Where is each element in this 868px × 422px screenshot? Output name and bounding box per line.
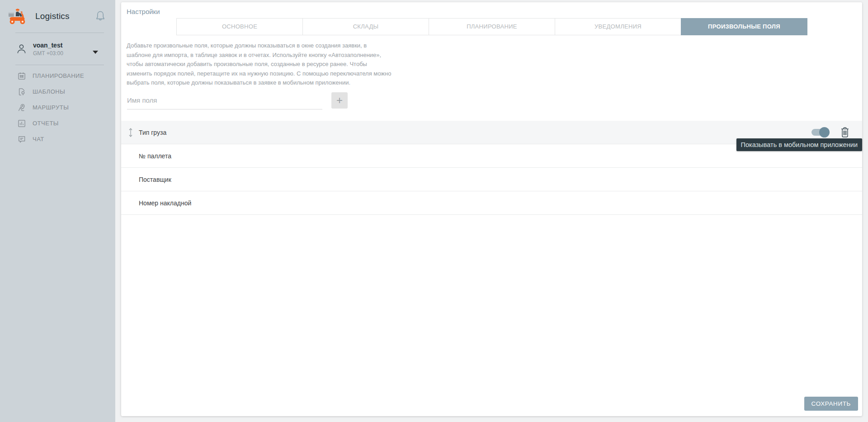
sidebar-nav: ПЛАНИРОВАНИЕ ШАБЛОНЫ МАРШРУ (0, 68, 115, 147)
map-pin-icon (17, 103, 26, 112)
custom-fields-list: Тип груза № паллета Поставщик (121, 121, 862, 215)
sidebar-header: Logistics (0, 0, 115, 33)
toggle-knob (819, 127, 830, 138)
mobile-visibility-toggle[interactable] (811, 129, 829, 136)
sidebar-item-label: ПЛАНИРОВАНИЕ (33, 72, 84, 79)
sidebar-item-label: МАРШРУТЫ (33, 104, 69, 111)
sidebar-item-label: ШАБЛОНЫ (33, 88, 65, 95)
user-info: voan_test GMT +03:00 (33, 42, 63, 57)
user-menu[interactable]: voan_test GMT +03:00 (0, 33, 115, 65)
template-pin-icon (17, 87, 26, 96)
tab-planning[interactable]: ПЛАНИРОВАНИЕ (429, 18, 555, 35)
field-label: Поставщик (139, 176, 171, 183)
field-row-supplier[interactable]: Поставщик (121, 168, 862, 191)
bell-icon[interactable] (94, 10, 106, 23)
sidebar-item-templates[interactable]: ШАБЛОНЫ (0, 84, 115, 100)
sidebar-divider (15, 65, 104, 65)
sidebar-item-label: ЧАТ (33, 136, 44, 142)
sidebar: Logistics voan_test GMT +03:00 (0, 0, 115, 422)
caret-down-icon[interactable] (93, 51, 98, 54)
field-name-input[interactable] (127, 91, 322, 109)
field-row-invoice-number[interactable]: Номер накладной (121, 191, 862, 215)
trash-icon[interactable] (839, 126, 851, 138)
sidebar-item-chat[interactable]: ЧАТ (0, 131, 115, 147)
toggle-tooltip: Показывать в мобильном приложении (736, 138, 862, 151)
user-timezone: GMT +03:00 (33, 50, 63, 57)
tab-warehouses[interactable]: СКЛАДЫ (302, 18, 429, 35)
custom-fields-description: Добавьте произвольные поля, которые долж… (127, 41, 392, 88)
row-controls (811, 126, 862, 138)
sidebar-item-label: ОТЧЕТЫ (33, 120, 59, 127)
field-label: Номер накладной (139, 199, 191, 207)
app-title: Logistics (35, 11, 70, 21)
sidebar-item-routes[interactable]: МАРШРУТЫ (0, 100, 115, 115)
field-label: № паллета (139, 152, 171, 160)
settings-tabs: ОСНОВНОЕ СКЛАДЫ ПЛАНИРОВАНИЕ УВЕДОМЛЕНИЯ… (176, 18, 807, 35)
bar-chart-icon (17, 119, 26, 128)
save-button[interactable]: СОХРАНИТЬ (804, 397, 858, 411)
add-field-form: + (127, 91, 348, 109)
add-field-button[interactable]: + (331, 92, 348, 109)
sidebar-item-planning[interactable]: ПЛАНИРОВАНИЕ (0, 68, 115, 84)
tab-notifications[interactable]: УВЕДОМЛЕНИЯ (555, 18, 681, 35)
user-name: voan_test (33, 42, 63, 49)
settings-panel: Настройки ОСНОВНОЕ СКЛАДЫ ПЛАНИРОВАНИЕ У… (121, 2, 862, 416)
tab-custom-fields[interactable]: ПРОИЗВОЛЬНЫЕ ПОЛЯ (681, 18, 807, 35)
tab-main[interactable]: ОСНОВНОЕ (176, 18, 303, 35)
page-title: Настройки (127, 8, 160, 15)
calendar-icon (17, 71, 26, 81)
delivery-scooter-icon (7, 7, 27, 25)
chat-bubble-icon (17, 135, 26, 144)
drag-handle-icon[interactable] (128, 127, 133, 138)
field-label: Тип груза (139, 129, 166, 136)
person-icon (16, 43, 27, 55)
sidebar-item-reports[interactable]: ОТЧЕТЫ (0, 115, 115, 131)
